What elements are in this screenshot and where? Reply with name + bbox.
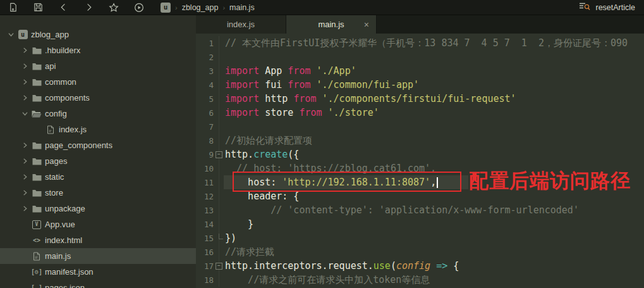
tree-item-label: page_components [45, 141, 112, 150]
tree-item-pages.json[interactable]: [ ] pages.json [0, 280, 196, 288]
tree-item-common[interactable]: common [0, 74, 196, 90]
code-line-6[interactable]: 6 import store from './store' [196, 106, 644, 120]
new-file-icon[interactable] [0, 0, 25, 15]
folder-icon [30, 189, 43, 197]
tree-item-static[interactable]: static [0, 169, 196, 185]
line-number: 4 [196, 80, 214, 90]
code-line-15[interactable]: 15 }) [196, 231, 644, 245]
tree-item-label: .hbuilderx [45, 46, 80, 55]
code-line-4[interactable]: 4 import fui from './common/fui-app' [196, 78, 644, 92]
chevron-right-icon [19, 206, 30, 211]
folder-icon [30, 158, 43, 165]
tab-label: index.js [227, 20, 255, 29]
tree-item-App.vue[interactable]: V App.vue [0, 216, 196, 232]
tree-item-page_components[interactable]: page_components [0, 137, 196, 153]
reset-article-button[interactable]: resetArticle [579, 2, 644, 13]
tree-item-label: unpackage [45, 204, 85, 213]
tree-item-label: manifest.json [45, 267, 94, 277]
chevron-down-icon [19, 111, 30, 116]
run-icon[interactable] [126, 0, 152, 15]
star-icon[interactable] [101, 0, 126, 15]
folder-icon [30, 63, 43, 70]
code-line-9[interactable]: 9 − http.create({ [196, 147, 644, 161]
forward-icon[interactable] [76, 0, 101, 15]
tree-item-label: index.js [59, 125, 87, 134]
annotation-label: 配置后端访问路径 [469, 168, 631, 194]
line-number: 14 [196, 220, 214, 229]
chevron-right-icon [19, 142, 30, 148]
tree-item-label: config [45, 109, 67, 118]
fold-collapse-icon[interactable]: − [216, 151, 222, 158]
line-number: 13 [196, 206, 214, 215]
tree-item-label: store [45, 188, 63, 197]
line-number: 16 [196, 247, 214, 257]
back-icon[interactable] [51, 0, 76, 15]
code-area[interactable]: 1 // 本文件由FirstUI授权予米耀华（手机号：13 834 7 4 5 … [196, 34, 644, 288]
save-icon[interactable] [25, 0, 51, 15]
line-number: 12 [196, 192, 214, 201]
tab-main.js[interactable]: main.js × [286, 15, 377, 34]
fold-end-icon [219, 234, 223, 239]
code-lines: 1 // 本文件由FirstUI授权予米耀华（手机号：13 834 7 4 5 … [196, 36, 644, 287]
tree-item-main.js[interactable]: main.js [0, 248, 196, 264]
chevron-right-icon [19, 158, 30, 164]
project-explorer: u zblog_app .hbuilderx api common compon… [0, 15, 196, 288]
tree-item-label: main.js [45, 251, 71, 261]
breadcrumb-file[interactable]: main.js [229, 3, 255, 12]
tree-item-unpackage[interactable]: unpackage [0, 201, 196, 216]
tree-item-label: common [45, 77, 76, 87]
tree-item-store[interactable]: store [0, 185, 196, 201]
top-toolbar: u › zblog_app › main.js resetArticle [0, 0, 644, 15]
chevron-right-icon: › [175, 4, 178, 11]
code-line-2[interactable]: 2 [196, 50, 644, 64]
code-line-8[interactable]: 8 //初始化请求配置项 [196, 134, 644, 147]
code-line-18[interactable]: 18 //请求之前可在请求头中加入token等信息 [196, 273, 644, 287]
file-json-icon: [⚙] [30, 268, 43, 277]
tree-item-pages[interactable]: pages [0, 153, 196, 169]
code-line-14[interactable]: 14 } [196, 217, 644, 231]
code-line-16[interactable]: 16 //请求拦截 [196, 245, 644, 259]
close-icon[interactable]: × [364, 20, 369, 30]
line-number: 10 [196, 164, 214, 173]
line-number: 15 [196, 234, 214, 243]
code-line-3[interactable]: 3 import App from './App' [196, 64, 644, 78]
folder-icon [30, 94, 43, 102]
tree-item-label: zblog_app [31, 30, 69, 39]
tree-item-label: pages [45, 156, 67, 166]
folder-icon [30, 173, 43, 181]
folder-icon [30, 78, 43, 86]
chevron-right-icon [19, 174, 30, 180]
tree-item-label: pages.json [45, 283, 85, 288]
code-line-1[interactable]: 1 // 本文件由FirstUI授权予米耀华（手机号：13 834 7 4 5 … [196, 36, 644, 50]
chevron-right-icon [19, 190, 30, 196]
tree-item-label: static [45, 172, 64, 182]
code-line-13[interactable]: 13 // 'content-type': 'application/x-www… [196, 203, 644, 217]
tree-item-index.js[interactable]: index.js [0, 122, 196, 137]
line-number: 17 [196, 261, 214, 271]
code-line-7[interactable]: 7 [196, 120, 644, 134]
line-number: 2 [196, 53, 214, 62]
fold-collapse-icon[interactable]: − [216, 263, 222, 270]
tree-item-label: index.html [45, 235, 82, 245]
tree-item-zblog_app[interactable]: u zblog_app [0, 27, 196, 42]
line-number: 3 [196, 66, 214, 76]
tree-item-api[interactable]: api [0, 58, 196, 74]
folder-open-icon [30, 110, 43, 118]
uniapp-project-icon: u [161, 3, 171, 13]
chevron-right-icon [19, 95, 30, 101]
tree-item-config[interactable]: config [0, 106, 196, 122]
code-line-5[interactable]: 5 import http from './components/firstui… [196, 92, 644, 106]
tab-index.js[interactable]: index.js [196, 15, 286, 34]
tree-item-index.html[interactable]: <> index.html [0, 232, 196, 248]
code-line-17[interactable]: 17 − http.interceptors.request.use(confi… [196, 259, 644, 273]
tree-item-manifest.json[interactable]: [⚙] manifest.json [0, 264, 196, 280]
tree-item-components[interactable]: components [0, 90, 196, 106]
folder-icon [30, 47, 43, 54]
tree-item-.hbuilderx[interactable]: .hbuilderx [0, 42, 196, 58]
tab-bar: index.js main.js × [196, 15, 644, 34]
chevron-right-icon [19, 63, 30, 69]
line-number: 5 [196, 94, 214, 104]
folder-icon [30, 142, 43, 149]
line-number: 8 [196, 136, 214, 146]
breadcrumb-project[interactable]: zblog_app [182, 3, 219, 12]
